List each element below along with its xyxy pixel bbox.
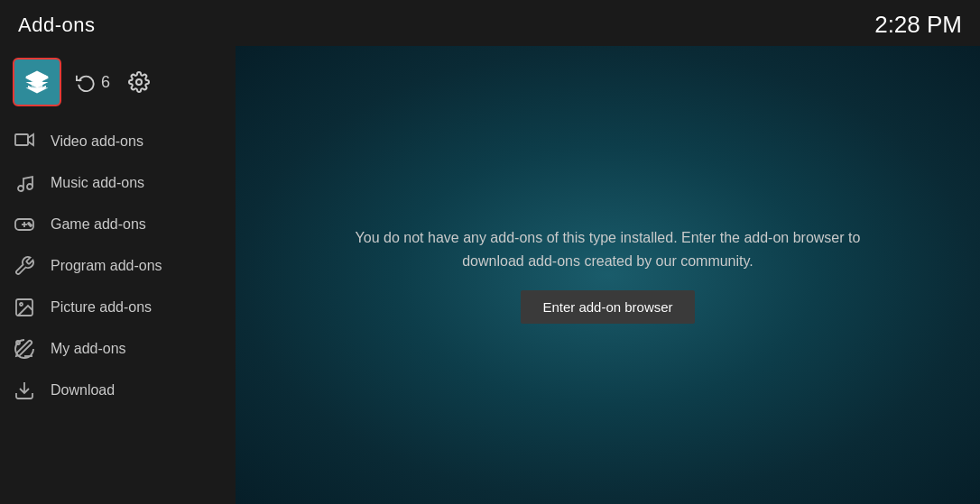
empty-message: You do not have any add-ons of this type…	[337, 226, 879, 272]
program-icon	[13, 254, 36, 278]
update-count: 6	[101, 73, 110, 92]
sidebar-item-program[interactable]: Program add-ons	[0, 245, 236, 287]
box-icon	[23, 69, 51, 96]
app-header: Add-ons 2:28 PM	[0, 0, 980, 46]
sidebar-item-picture[interactable]: Picture add-ons	[0, 287, 236, 328]
svg-point-13	[20, 303, 23, 306]
sidebar-item-program-label: Program add-ons	[51, 258, 162, 274]
sidebar-item-video[interactable]: Video add-ons	[0, 121, 236, 162]
settings-icon[interactable]	[128, 71, 150, 93]
content-area: You do not have any add-ons of this type…	[236, 46, 980, 504]
download-icon	[13, 379, 36, 402]
refresh-button[interactable]: 6	[76, 72, 110, 92]
sidebar-top-icons: 6	[0, 50, 236, 121]
sidebar-item-my-addons[interactable]: My add-ons	[0, 328, 236, 370]
main-layout: 6 Video add-ons	[0, 46, 980, 504]
svg-point-6	[27, 184, 32, 189]
game-icon	[13, 213, 36, 236]
svg-point-11	[30, 225, 32, 226]
picture-icon	[13, 296, 36, 319]
sidebar: 6 Video add-ons	[0, 46, 236, 504]
sidebar-item-download[interactable]: Download	[0, 370, 236, 411]
sidebar-item-music[interactable]: Music add-ons	[0, 162, 236, 204]
addon-browser-icon[interactable]	[13, 58, 61, 106]
refresh-icon	[76, 72, 96, 92]
video-icon	[13, 130, 36, 153]
empty-state: You do not have any add-ons of this type…	[337, 226, 879, 324]
my-addons-icon	[13, 337, 36, 361]
page-title: Add-ons	[18, 14, 95, 37]
sidebar-item-download-label: Download	[51, 382, 115, 399]
sidebar-item-game[interactable]: Game add-ons	[0, 204, 236, 245]
svg-rect-3	[15, 134, 28, 145]
sidebar-item-video-label: Video add-ons	[51, 133, 143, 150]
sidebar-item-game-label: Game add-ons	[51, 216, 146, 233]
music-icon	[13, 171, 36, 195]
enter-browser-button[interactable]: Enter add-on browser	[521, 290, 694, 324]
sidebar-item-music-label: Music add-ons	[51, 175, 144, 191]
sidebar-item-picture-label: Picture add-ons	[51, 299, 152, 316]
clock: 2:28 PM	[874, 11, 962, 39]
svg-point-2	[136, 79, 142, 85]
sidebar-item-my-addons-label: My add-ons	[51, 341, 126, 357]
